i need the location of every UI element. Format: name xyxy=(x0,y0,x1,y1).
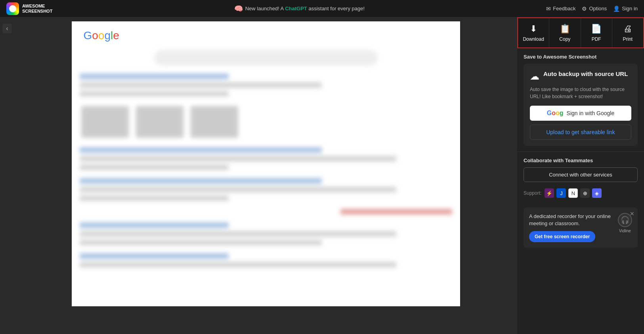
logo-area: AWESOME SCREENSHOT xyxy=(6,2,52,15)
collapse-button[interactable]: ‹ xyxy=(2,24,12,33)
options-icon: ⚙ xyxy=(582,6,587,12)
save-card-description: Auto save the image to cloud with the so… xyxy=(530,86,631,100)
signin-label: Sign in xyxy=(622,6,638,11)
app-logo-icon xyxy=(6,2,19,15)
notion-icon: N xyxy=(568,188,578,198)
save-card: ☁ Auto backup with source URL Auto save … xyxy=(524,64,638,146)
save-card-title: Auto backup with source URL xyxy=(543,70,628,78)
logo-line1: AWESOME xyxy=(22,4,52,8)
right-panel: ⬇ Download 📋 Copy 📄 PDF 🖨 Print Save to … xyxy=(517,17,644,334)
slack-icon: ⚡ xyxy=(545,188,554,198)
screenshot-frame: Google xyxy=(72,21,460,306)
promo-text: A dedicated recorder for your online mee… xyxy=(529,213,614,242)
vidline-label: Vidline xyxy=(619,229,631,233)
logo-line2: SCREENSHOT xyxy=(22,9,52,13)
promo-close-button[interactable]: ✕ xyxy=(630,211,634,217)
print-label: Print xyxy=(623,36,633,42)
jira-icon: J xyxy=(556,188,566,198)
promo-content: A dedicated recorder for your online mee… xyxy=(529,213,632,242)
user-icon: 👤 xyxy=(613,6,620,12)
service-icons: ⚡ J N ⊕ ◈ xyxy=(545,188,602,198)
topnav: AWESOME SCREENSHOT 🧠 New launched! A Cha… xyxy=(0,0,644,17)
save-card-header: ☁ Auto backup with source URL xyxy=(530,70,631,82)
github-icon: ⊕ xyxy=(580,188,590,198)
copy-label: Copy xyxy=(559,36,570,42)
cloud-upload-icon: ☁ xyxy=(530,71,539,82)
download-button[interactable]: ⬇ Download xyxy=(518,18,549,47)
save-section: Save to Awesome Screenshot ☁ Auto backup… xyxy=(517,48,644,152)
google-signin-label: Sign in with Google xyxy=(567,110,615,116)
brain-icon: 🧠 xyxy=(234,4,243,13)
print-icon: 🖨 xyxy=(623,24,632,34)
get-screen-recorder-button[interactable]: Get free screen recorder xyxy=(529,231,595,242)
upload-shareable-link-button[interactable]: Upload to get shareable link xyxy=(530,125,631,140)
google-logo: Google xyxy=(80,29,452,42)
announcement-text: New launched! A ChatGPT assistant for ev… xyxy=(245,6,365,11)
feedback-label: Feedback xyxy=(553,6,575,11)
google-g-icon: Goog xyxy=(547,110,564,117)
copy-icon: 📋 xyxy=(560,24,570,34)
feedback-icon: ✉ xyxy=(546,6,551,12)
promo-title: A dedicated recorder for your online mee… xyxy=(529,213,614,227)
connect-services-button[interactable]: Connect with other services xyxy=(524,167,638,182)
feedback-button[interactable]: ✉ Feedback xyxy=(546,6,575,12)
save-section-title: Save to Awesome Screenshot xyxy=(524,54,638,60)
options-label: Options xyxy=(589,6,607,11)
collaborate-section: Collaborate with Teammates Connect with … xyxy=(517,152,644,203)
discord-icon: ◈ xyxy=(592,188,602,198)
pdf-icon: 📄 xyxy=(591,24,602,34)
google-signin-button[interactable]: Goog Sign in with Google xyxy=(530,106,631,121)
print-button[interactable]: 🖨 Print xyxy=(612,18,643,47)
sidebar-toggle-area: ‹ xyxy=(0,17,14,334)
pdf-button[interactable]: 📄 PDF xyxy=(581,18,612,47)
collaborate-section-title: Collaborate with Teammates xyxy=(524,158,638,163)
support-label: Support: xyxy=(524,190,541,196)
nav-actions: ✉ Feedback ⚙ Options 👤 Sign in xyxy=(546,6,638,12)
logo-text: AWESOME SCREENSHOT xyxy=(22,4,52,13)
pdf-label: PDF xyxy=(592,36,601,42)
preview-area: Google xyxy=(14,17,517,334)
download-icon: ⬇ xyxy=(530,24,537,34)
support-row: Support: ⚡ J N ⊕ ◈ xyxy=(524,188,638,198)
action-bar: ⬇ Download 📋 Copy 📄 PDF 🖨 Print xyxy=(517,17,644,48)
recorder-promo: ✕ A dedicated recorder for your online m… xyxy=(524,207,638,248)
chatgpt-label: ChatGPT xyxy=(285,6,307,11)
download-label: Download xyxy=(523,36,544,42)
nav-announcement-area: 🧠 New launched! A ChatGPT assistant for … xyxy=(52,4,546,13)
options-button[interactable]: ⚙ Options xyxy=(582,6,607,12)
main-layout: ‹ Google xyxy=(0,17,644,334)
copy-button[interactable]: 📋 Copy xyxy=(549,18,581,47)
signin-button[interactable]: 👤 Sign in xyxy=(613,6,638,12)
